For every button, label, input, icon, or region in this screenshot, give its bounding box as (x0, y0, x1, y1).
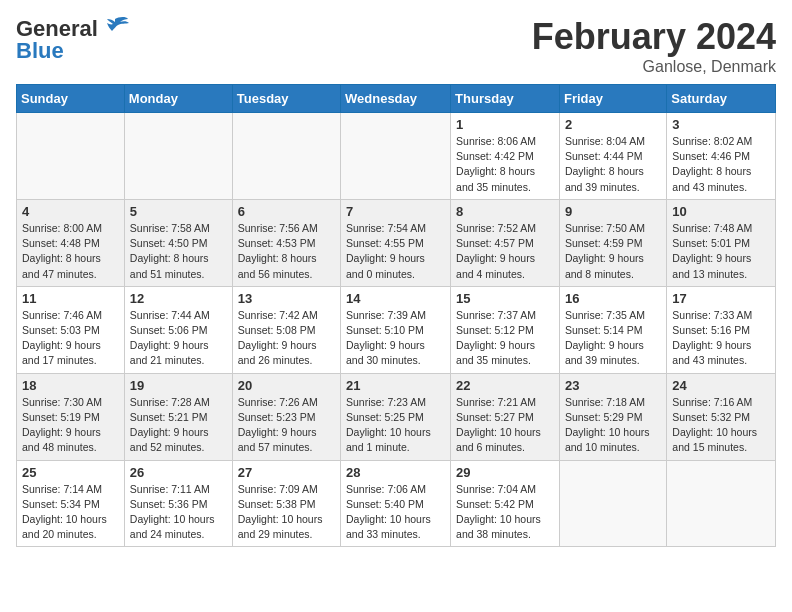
calendar-cell: 22Sunrise: 7:21 AM Sunset: 5:27 PM Dayli… (451, 373, 560, 460)
logo-bird-icon (100, 15, 130, 39)
calendar-cell: 20Sunrise: 7:26 AM Sunset: 5:23 PM Dayli… (232, 373, 340, 460)
calendar-cell: 7Sunrise: 7:54 AM Sunset: 4:55 PM Daylig… (341, 199, 451, 286)
day-info: Sunrise: 7:14 AM Sunset: 5:34 PM Dayligh… (22, 482, 119, 543)
day-info: Sunrise: 7:44 AM Sunset: 5:06 PM Dayligh… (130, 308, 227, 369)
day-info: Sunrise: 8:06 AM Sunset: 4:42 PM Dayligh… (456, 134, 554, 195)
calendar-cell: 28Sunrise: 7:06 AM Sunset: 5:40 PM Dayli… (341, 460, 451, 547)
day-number: 2 (565, 117, 661, 132)
day-number: 1 (456, 117, 554, 132)
day-number: 8 (456, 204, 554, 219)
weekday-header-wednesday: Wednesday (341, 85, 451, 113)
weekday-header-thursday: Thursday (451, 85, 560, 113)
logo: General Blue (16, 16, 130, 64)
calendar-cell: 11Sunrise: 7:46 AM Sunset: 5:03 PM Dayli… (17, 286, 125, 373)
day-info: Sunrise: 7:30 AM Sunset: 5:19 PM Dayligh… (22, 395, 119, 456)
day-info: Sunrise: 7:42 AM Sunset: 5:08 PM Dayligh… (238, 308, 335, 369)
day-number: 17 (672, 291, 770, 306)
day-number: 7 (346, 204, 445, 219)
weekday-header-friday: Friday (559, 85, 666, 113)
calendar-cell: 15Sunrise: 7:37 AM Sunset: 5:12 PM Dayli… (451, 286, 560, 373)
day-number: 4 (22, 204, 119, 219)
day-info: Sunrise: 7:26 AM Sunset: 5:23 PM Dayligh… (238, 395, 335, 456)
weekday-header-monday: Monday (124, 85, 232, 113)
day-info: Sunrise: 7:11 AM Sunset: 5:36 PM Dayligh… (130, 482, 227, 543)
calendar-cell (232, 113, 340, 200)
calendar-cell (17, 113, 125, 200)
day-number: 22 (456, 378, 554, 393)
day-number: 26 (130, 465, 227, 480)
day-number: 13 (238, 291, 335, 306)
day-number: 6 (238, 204, 335, 219)
calendar-cell: 3Sunrise: 8:02 AM Sunset: 4:46 PM Daylig… (667, 113, 776, 200)
day-info: Sunrise: 7:35 AM Sunset: 5:14 PM Dayligh… (565, 308, 661, 369)
calendar-cell: 26Sunrise: 7:11 AM Sunset: 5:36 PM Dayli… (124, 460, 232, 547)
day-number: 25 (22, 465, 119, 480)
day-info: Sunrise: 7:37 AM Sunset: 5:12 PM Dayligh… (456, 308, 554, 369)
day-info: Sunrise: 8:00 AM Sunset: 4:48 PM Dayligh… (22, 221, 119, 282)
day-number: 20 (238, 378, 335, 393)
day-info: Sunrise: 7:50 AM Sunset: 4:59 PM Dayligh… (565, 221, 661, 282)
calendar-cell (124, 113, 232, 200)
title-area: February 2024 Ganlose, Denmark (532, 16, 776, 76)
calendar-cell: 19Sunrise: 7:28 AM Sunset: 5:21 PM Dayli… (124, 373, 232, 460)
day-number: 16 (565, 291, 661, 306)
calendar-table: SundayMondayTuesdayWednesdayThursdayFrid… (16, 84, 776, 547)
calendar-cell: 2Sunrise: 8:04 AM Sunset: 4:44 PM Daylig… (559, 113, 666, 200)
calendar-cell: 14Sunrise: 7:39 AM Sunset: 5:10 PM Dayli… (341, 286, 451, 373)
day-info: Sunrise: 8:02 AM Sunset: 4:46 PM Dayligh… (672, 134, 770, 195)
calendar-cell: 21Sunrise: 7:23 AM Sunset: 5:25 PM Dayli… (341, 373, 451, 460)
weekday-header-sunday: Sunday (17, 85, 125, 113)
calendar-cell (341, 113, 451, 200)
day-info: Sunrise: 7:56 AM Sunset: 4:53 PM Dayligh… (238, 221, 335, 282)
calendar-cell: 24Sunrise: 7:16 AM Sunset: 5:32 PM Dayli… (667, 373, 776, 460)
day-info: Sunrise: 7:18 AM Sunset: 5:29 PM Dayligh… (565, 395, 661, 456)
day-info: Sunrise: 7:48 AM Sunset: 5:01 PM Dayligh… (672, 221, 770, 282)
header: General Blue February 2024 Ganlose, Denm… (16, 16, 776, 76)
calendar-cell: 5Sunrise: 7:58 AM Sunset: 4:50 PM Daylig… (124, 199, 232, 286)
day-info: Sunrise: 7:09 AM Sunset: 5:38 PM Dayligh… (238, 482, 335, 543)
day-number: 9 (565, 204, 661, 219)
calendar-cell (559, 460, 666, 547)
day-info: Sunrise: 7:58 AM Sunset: 4:50 PM Dayligh… (130, 221, 227, 282)
day-number: 11 (22, 291, 119, 306)
calendar-cell: 10Sunrise: 7:48 AM Sunset: 5:01 PM Dayli… (667, 199, 776, 286)
day-number: 12 (130, 291, 227, 306)
calendar-subtitle: Ganlose, Denmark (532, 58, 776, 76)
day-number: 28 (346, 465, 445, 480)
day-number: 21 (346, 378, 445, 393)
calendar-cell: 27Sunrise: 7:09 AM Sunset: 5:38 PM Dayli… (232, 460, 340, 547)
day-info: Sunrise: 7:28 AM Sunset: 5:21 PM Dayligh… (130, 395, 227, 456)
calendar-cell: 25Sunrise: 7:14 AM Sunset: 5:34 PM Dayli… (17, 460, 125, 547)
day-info: Sunrise: 7:06 AM Sunset: 5:40 PM Dayligh… (346, 482, 445, 543)
day-info: Sunrise: 7:21 AM Sunset: 5:27 PM Dayligh… (456, 395, 554, 456)
day-number: 10 (672, 204, 770, 219)
calendar-cell: 8Sunrise: 7:52 AM Sunset: 4:57 PM Daylig… (451, 199, 560, 286)
day-info: Sunrise: 7:23 AM Sunset: 5:25 PM Dayligh… (346, 395, 445, 456)
day-info: Sunrise: 8:04 AM Sunset: 4:44 PM Dayligh… (565, 134, 661, 195)
calendar-cell: 23Sunrise: 7:18 AM Sunset: 5:29 PM Dayli… (559, 373, 666, 460)
weekday-header-tuesday: Tuesday (232, 85, 340, 113)
day-info: Sunrise: 7:46 AM Sunset: 5:03 PM Dayligh… (22, 308, 119, 369)
calendar-cell: 1Sunrise: 8:06 AM Sunset: 4:42 PM Daylig… (451, 113, 560, 200)
day-number: 14 (346, 291, 445, 306)
logo-blue-text: Blue (16, 38, 64, 64)
calendar-cell: 13Sunrise: 7:42 AM Sunset: 5:08 PM Dayli… (232, 286, 340, 373)
calendar-cell: 12Sunrise: 7:44 AM Sunset: 5:06 PM Dayli… (124, 286, 232, 373)
calendar-cell: 29Sunrise: 7:04 AM Sunset: 5:42 PM Dayli… (451, 460, 560, 547)
day-number: 27 (238, 465, 335, 480)
day-number: 3 (672, 117, 770, 132)
day-number: 23 (565, 378, 661, 393)
day-info: Sunrise: 7:52 AM Sunset: 4:57 PM Dayligh… (456, 221, 554, 282)
weekday-header-saturday: Saturday (667, 85, 776, 113)
calendar-cell (667, 460, 776, 547)
calendar-cell: 4Sunrise: 8:00 AM Sunset: 4:48 PM Daylig… (17, 199, 125, 286)
day-number: 19 (130, 378, 227, 393)
calendar-cell: 9Sunrise: 7:50 AM Sunset: 4:59 PM Daylig… (559, 199, 666, 286)
calendar-cell: 16Sunrise: 7:35 AM Sunset: 5:14 PM Dayli… (559, 286, 666, 373)
calendar-cell: 6Sunrise: 7:56 AM Sunset: 4:53 PM Daylig… (232, 199, 340, 286)
day-info: Sunrise: 7:33 AM Sunset: 5:16 PM Dayligh… (672, 308, 770, 369)
day-info: Sunrise: 7:16 AM Sunset: 5:32 PM Dayligh… (672, 395, 770, 456)
calendar-title: February 2024 (532, 16, 776, 58)
day-info: Sunrise: 7:39 AM Sunset: 5:10 PM Dayligh… (346, 308, 445, 369)
calendar-cell: 17Sunrise: 7:33 AM Sunset: 5:16 PM Dayli… (667, 286, 776, 373)
